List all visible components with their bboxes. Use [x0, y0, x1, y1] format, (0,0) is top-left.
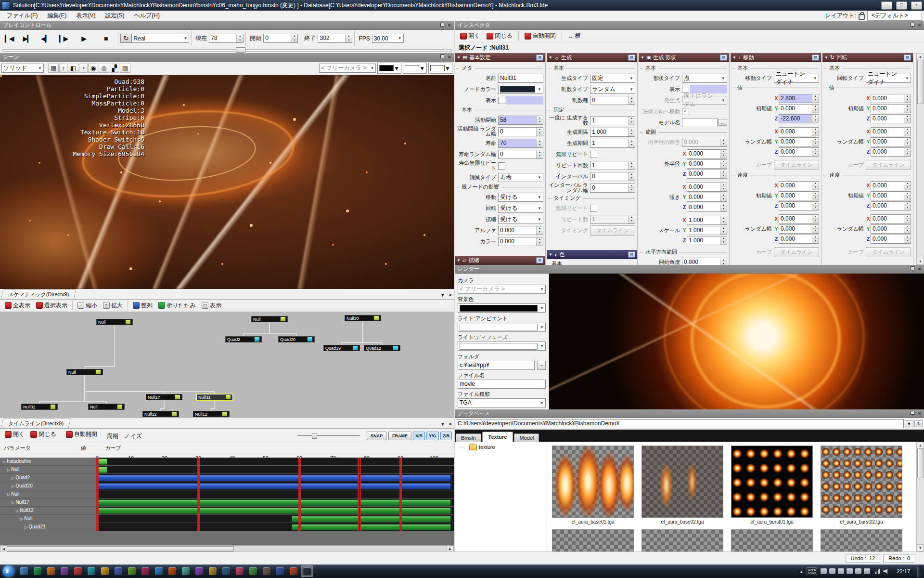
spinner-buttons[interactable]: ▲▼ — [904, 215, 911, 223]
schematic-tool-選択表示[interactable]: 選択表示 — [33, 301, 70, 311]
database-vscrollbar[interactable]: ▲▼ — [916, 442, 924, 552]
button-タイムライン[interactable]: タイムライン — [774, 160, 819, 170]
field-input-名前[interactable]: Null31 — [498, 74, 543, 83]
start-frame-input[interactable]: 0▲▼ — [263, 34, 298, 43]
field-input-初期値-Y[interactable]: 0.000▲▼ — [871, 191, 911, 200]
taskbar-icon-16[interactable] — [220, 565, 232, 577]
end-frame-input[interactable]: 302▲▼ — [318, 34, 352, 43]
field-input-活動開始 ランダム幅[interactable]: 0▲▼ — [498, 127, 543, 136]
schematic-tool-折りたたみ[interactable]: 折りたたみ — [155, 301, 199, 311]
taskbar-icon-19[interactable] — [260, 565, 273, 577]
spinner-buttons[interactable]: ▲▼ — [536, 116, 543, 124]
field-input-外半径-Z[interactable]: 0.000▲▼ — [687, 170, 727, 179]
field-input-インターバル ランダム幅[interactable]: 0▲▼ — [590, 184, 635, 193]
pin-icon[interactable] — [440, 54, 444, 60]
button-タイムライン[interactable]: タイムライン — [866, 247, 911, 257]
taskbar-clock[interactable]: 22:17 — [893, 568, 914, 574]
field-input-寿命[interactable]: 70▲▼ — [498, 139, 543, 148]
field-checkbox-法線方向へ移動[interactable]: ✓ — [682, 108, 689, 115]
field-input-スケール-X[interactable]: 1.000▲▼ — [687, 216, 727, 225]
keyframe-marker[interactable] — [197, 466, 200, 473]
texture-thumbnail[interactable]: ef_aura_base02.tga — [642, 446, 723, 525]
diffuse-color-select[interactable]: ▼ — [458, 342, 546, 351]
expander-icon[interactable]: ▷ — [7, 468, 10, 472]
taskbar-icon-20[interactable] — [274, 565, 286, 577]
taskbar-icon-18[interactable] — [247, 565, 259, 577]
track-tree-item[interactable]: ▷Null — [0, 466, 103, 473]
taskbar-icon-3[interactable] — [45, 565, 57, 577]
schematic-tool-拡大[interactable]: +拡大 — [100, 301, 126, 311]
taskbar-icon-12[interactable] — [166, 565, 179, 577]
taskbar-icon-11[interactable] — [153, 565, 165, 577]
field-input-ランダム幅-X[interactable]: 0.000▲▼ — [871, 214, 911, 223]
track-lane[interactable] — [96, 482, 454, 490]
grid-icon[interactable]: ▦ — [48, 64, 59, 73]
spinner-buttons[interactable]: ▲▼ — [904, 105, 911, 113]
close-panel-icon[interactable]: × — [918, 266, 921, 272]
spinner-buttons[interactable]: ▲▼ — [720, 203, 727, 211]
button-FRAME[interactable]: FRAME — [388, 432, 411, 440]
keyframe-marker[interactable] — [96, 474, 99, 482]
field-select-拡縮[interactable]: 受ける▼ — [498, 215, 543, 224]
field-input-初期値-Y[interactable]: 0.000▲▼ — [779, 104, 819, 113]
keyframe-marker[interactable] — [298, 466, 301, 473]
field-input-ランダム幅-Y[interactable]: 0.000▲▼ — [779, 224, 819, 234]
browse-button[interactable]: ... — [719, 119, 727, 126]
field-input-ランダム幅-X[interactable]: 0.000▲▼ — [779, 214, 819, 223]
taskbar-icon-14[interactable] — [193, 565, 205, 577]
field-input-カラー[interactable]: 0.000▲▼ — [498, 237, 543, 246]
schematic-node-Null17[interactable]: Null17 — [146, 394, 182, 400]
track-lane[interactable] — [96, 515, 454, 523]
spinner-buttons[interactable]: ▲▼ — [628, 215, 635, 223]
palette-icon[interactable]: ▥ — [120, 64, 130, 73]
network-icon[interactable] — [873, 568, 880, 574]
spinner-buttons[interactable]: ▲▼ — [628, 139, 635, 147]
note-icon[interactable]: ▤ — [628, 54, 635, 61]
track-lane[interactable] — [96, 499, 454, 506]
toggle-Z/B[interactable]: Z/B — [440, 432, 452, 440]
timeline-tool-自動開閉[interactable]: 自動開閉 — [63, 429, 100, 439]
spinner-buttons[interactable]: ▲▼ — [720, 236, 727, 245]
timeline-tool-開く[interactable]: 開く — [2, 429, 27, 439]
expander-icon[interactable]: ▷ — [12, 500, 14, 505]
spinner-buttons[interactable]: ▲▼ — [720, 183, 727, 191]
scene-color-select-0[interactable]: ▼ — [377, 63, 401, 74]
menu-ヘルプ(H)[interactable]: ヘルプ(H) — [129, 11, 165, 20]
field-input-ランダム幅-Z[interactable]: 0.000▲▼ — [779, 147, 819, 157]
maximize-button[interactable]: □ — [896, 1, 907, 10]
field-input-リピート数[interactable]: 1▲▼ — [590, 215, 635, 224]
database-tab-Bmsln[interactable]: Bmsln — [456, 434, 481, 442]
keyframe-marker[interactable] — [96, 482, 99, 490]
collapse-arrow-icon[interactable]: ▼ — [549, 252, 552, 257]
timeline-hscrollbar[interactable]: ◀▶ — [0, 545, 454, 552]
spinner-buttons[interactable]: ▲▼ — [536, 139, 543, 147]
spinner-buttons[interactable]: ▲▼ — [904, 148, 911, 156]
keyframe-marker[interactable] — [399, 507, 402, 514]
tab-dropdown-icon[interactable]: ▼ — [440, 421, 445, 427]
field-select-発生点[interactable]: 面上にランダム▼ — [682, 96, 727, 105]
field-input-活動開始[interactable]: 58▲▼ — [498, 116, 543, 125]
schematic-node-Quad12[interactable]: Quad12 — [364, 345, 400, 351]
section-header-移動[interactable]: ▼+移動▤ — [731, 53, 821, 62]
keyframe-marker[interactable] — [298, 515, 301, 523]
track-lane[interactable] — [96, 507, 454, 514]
inspector-tool-開く[interactable]: 開く — [457, 31, 483, 41]
field-input-初期値-X[interactable]: 0.000▲▼ — [871, 181, 911, 190]
note-icon[interactable]: ▤ — [904, 54, 911, 61]
spinner-buttons[interactable]: ▲▼ — [904, 192, 911, 200]
layout-select[interactable]: <デフォルト> — [867, 11, 922, 21]
keyframe-marker[interactable] — [96, 499, 99, 506]
field-input-ランダム幅-Y[interactable]: 0.000▲▼ — [779, 137, 819, 146]
keyframe-marker[interactable] — [399, 499, 402, 506]
spinner-buttons[interactable]: ▲▼ — [812, 148, 819, 156]
keyframe-marker[interactable] — [197, 507, 200, 514]
field-input-スケール-Z[interactable]: 1.000▲▼ — [687, 236, 727, 245]
track-lane[interactable] — [96, 466, 454, 473]
field-input-初期値-Y[interactable]: 0.000▲▼ — [779, 191, 819, 200]
spinner-buttons[interactable]: ▲▼ — [720, 150, 727, 158]
spinner-buttons[interactable]: ▲▼ — [628, 161, 635, 170]
schematic-node-Quad19[interactable]: Quad19 — [323, 345, 360, 351]
first-frame-button[interactable]: ▎◀ — [0, 33, 18, 44]
next-frame-button[interactable]: ▎▶ — [54, 33, 73, 44]
field-input-初期値-Z[interactable]: 0.000▲▼ — [779, 201, 819, 210]
